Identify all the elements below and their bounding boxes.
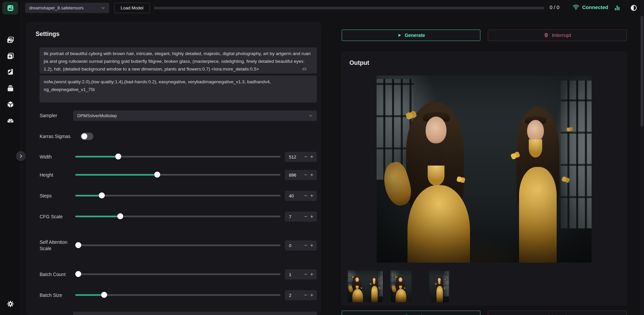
scene-part [355,276,360,278]
sidebar-item-txt2img[interactable] [2,2,18,14]
output-thumbnail[interactable] [429,270,449,302]
scene-part [404,287,405,289]
stats-button[interactable] [613,3,621,12]
sidebar-item-models[interactable] [2,98,18,111]
settings-title: Settings [36,31,59,38]
slider-track[interactable] [75,273,281,275]
scene-part [378,271,383,297]
increment-button[interactable]: + [309,152,315,162]
sampler-select[interactable]: DPMSolverMultistep [73,110,317,121]
slider-track[interactable] [75,174,281,176]
slider-thumb[interactable] [154,172,160,178]
generated-image-scene [429,270,449,302]
slider-track[interactable] [75,195,281,196]
interrupt-button[interactable]: Interrupt [488,30,627,41]
increment-button[interactable]: + [309,191,315,200]
scene-part [391,270,412,302]
sidebar-item-img2img[interactable] [2,34,18,46]
model-select[interactable]: dreamshaper_8.safetensors [25,3,109,13]
slider-thumb[interactable] [99,192,105,198]
output-title: Output [349,59,369,66]
output-thumbnail[interactable] [348,270,383,302]
decrement-button[interactable]: − [303,152,309,162]
interrupt-button-secondary[interactable]: Interrupt [488,311,627,315]
slider-thumb[interactable] [75,271,81,277]
scene-part [355,277,359,282]
page-scrollbar[interactable] [640,0,644,315]
sidebar-item-edit[interactable] [2,66,18,79]
slider-steps: Steps 40 − + [40,191,317,201]
slider-track[interactable] [75,216,281,217]
slider-thumb[interactable] [101,292,107,298]
negative-prompt-input[interactable]: nsfw,(worst quality:2.0),(low quality:1.… [40,76,317,102]
sidebar-item-collection[interactable] [2,82,18,95]
contrast-icon [630,4,637,11]
connection-status: Connected [572,4,608,10]
decrement-button[interactable]: − [303,270,309,279]
scene-part [437,277,441,278]
prompt-input[interactable]: 8k portrait of beautiful cyborg with bro… [40,47,317,74]
slider-value: 7 [285,214,303,219]
slider-thumb[interactable] [75,242,81,248]
generated-image-scene [391,270,412,302]
slider-value: 1 [285,272,303,277]
sidebar-item-accelerate[interactable] [2,114,18,127]
increment-button[interactable]: + [309,241,315,250]
generated-image[interactable] [377,76,592,263]
wifi-icon [572,4,579,10]
load-model-button[interactable]: Load Model [114,3,150,13]
scene-part [391,285,397,293]
chevron-down-icon [308,114,313,118]
increment-button[interactable]: + [309,270,315,279]
gauge-icon [7,117,14,124]
decrement-button[interactable]: − [303,212,309,221]
karras-sigmas-toggle[interactable] [81,133,93,140]
slider-self-attention-scale: Self Attention Scale 0 − + [40,240,317,251]
slider-fill [75,216,120,217]
scene-part [395,275,405,295]
scene-part [348,270,383,302]
progress-bar [154,7,544,9]
slider-thumb[interactable] [117,213,123,219]
slider-track[interactable] [75,244,281,246]
increment-button[interactable]: + [309,290,315,300]
generate-button-secondary[interactable]: Generate [342,311,480,315]
scene-part [395,276,397,278]
scene-part [399,277,402,282]
slider-value-box: 896 − + [285,170,317,180]
decrement-button[interactable]: − [303,191,309,200]
scene-part [377,76,592,263]
output-thumbnail[interactable] [391,270,412,302]
scene-part [360,287,362,289]
slider-fill [75,294,104,296]
increment-button[interactable]: + [309,212,315,221]
seed-input-partial[interactable] [73,312,317,315]
sidebar-expand-button[interactable] [16,151,26,161]
slider-value-box: 7 − + [285,212,317,222]
decrement-button[interactable]: − [303,241,309,250]
settings-panel: Settings 8k portrait of beautiful cyborg… [26,22,321,315]
images-gallery-icon [7,36,14,44]
scene-part [352,276,354,278]
sidebar-item-settings[interactable] [2,298,18,310]
slider-thumb[interactable] [115,153,121,160]
slider-fill [75,156,118,158]
scene-part [436,276,443,295]
slider-value-box: 1 − + [285,269,317,279]
scrollbar-thumb[interactable] [641,16,643,127]
sampler-row: Sampler DPMSolverMultistep [40,110,317,121]
image-plus-icon [7,52,14,60]
decrement-button[interactable]: − [303,170,309,180]
increment-button[interactable]: + [309,170,315,180]
slider-label: Height [40,172,69,178]
slider-track[interactable] [75,294,281,296]
generate-button[interactable]: Generate [342,30,480,41]
decrement-button[interactable]: − [303,290,309,300]
scene-part [348,285,354,293]
prompt-token-counter: 49 [302,67,306,72]
sidebar-item-image-extra[interactable] [2,50,18,62]
slider-track[interactable] [75,156,281,158]
theme-toggle-button[interactable] [629,3,638,12]
slider-batch-count: Batch Count 1 − + [40,269,317,279]
scene-part [371,276,378,295]
